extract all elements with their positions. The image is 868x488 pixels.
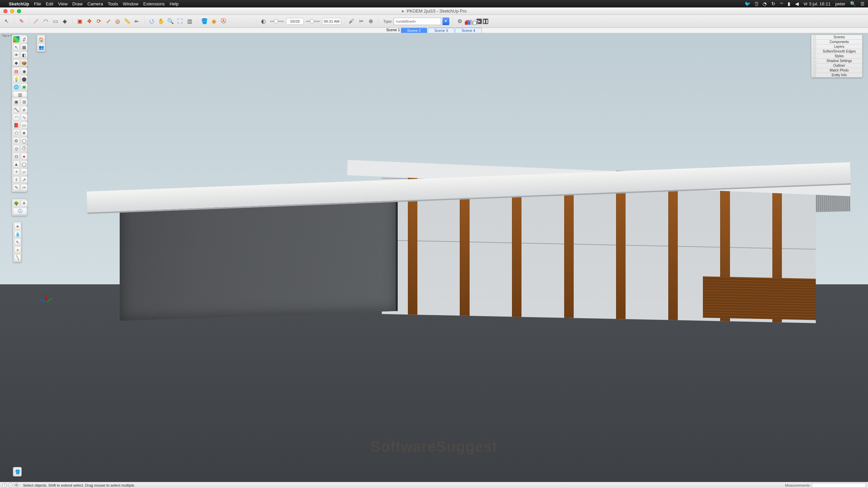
arc-tool[interactable]: ◠	[41, 17, 50, 26]
palette-render[interactable]: 🌳 ⚘ ⓘ	[12, 199, 27, 216]
scene-tab-3[interactable]: Scene 3	[428, 28, 454, 33]
render-tree-icon[interactable]: 🌳	[13, 200, 20, 207]
aux-people-icon[interactable]: 👥	[38, 44, 45, 50]
palette-layers[interactable]: ▤ ◉ 💡 ⬤ 🌐 ▣ ▥	[12, 66, 27, 99]
edit-book-icon[interactable]: 📕	[13, 122, 20, 128]
edit-axis-icon[interactable]: ⌖	[13, 168, 20, 175]
edit-torus-icon[interactable]: ◯	[21, 161, 27, 167]
follow-me-tool[interactable]: ◉	[210, 17, 218, 26]
palette-edit[interactable]: ▣ ⊞ 🔨 ⌀ ◠ ∿ 📕 ▭ ⬠ ★ ⚙ ◯ ◎ Ⓣ ⊟ ● ▲ ◯ ⌖ ▱ …	[12, 97, 27, 192]
edit-sphere-red-icon[interactable]: ●	[21, 153, 27, 160]
default-tray[interactable]: Scenes Components Layers Soften/Smooth E…	[811, 35, 863, 78]
menubar-app-name[interactable]: SketchUp	[9, 1, 29, 6]
wifi-icon[interactable]: ⌔	[780, 1, 783, 6]
edit-screw-icon[interactable]: ⌀	[21, 106, 27, 113]
volume-icon[interactable]: ◀	[795, 1, 799, 6]
paint-bucket-palette-icon[interactable]: 🪣	[14, 468, 21, 475]
misc-cursor-icon[interactable]: ↖	[14, 239, 21, 245]
shadow-date-readout[interactable]: 03/28	[286, 18, 304, 25]
layer-red-icon[interactable]: ▤	[13, 68, 20, 75]
notification-center-icon[interactable]: ☰	[861, 1, 864, 6]
render-person-icon[interactable]: ⚘	[21, 200, 27, 207]
misc-dot-icon[interactable]: ●	[14, 246, 21, 253]
menu-extensions[interactable]: Extensions	[143, 1, 165, 6]
aux-house-icon[interactable]: 🏠	[38, 36, 45, 43]
twitter-icon[interactable]: 🐦	[745, 1, 750, 6]
edit-push-icon[interactable]: ▣	[13, 98, 20, 105]
model-viewport[interactable]: Top ▸ Perspe SoftwareSuggest ⇵ ↖ ▦ 👁 ◧ ◆…	[0, 33, 868, 482]
materials-box-icon[interactable]: ▦	[21, 44, 27, 50]
menubar-user[interactable]: peter	[835, 1, 845, 6]
materials-gradient-icon[interactable]	[13, 36, 20, 43]
spotlight-icon[interactable]: 🔍	[850, 1, 856, 6]
layer-photo-icon[interactable]: ◉	[21, 68, 27, 75]
status-credits-icon[interactable]: ✪	[14, 483, 19, 488]
edit-text-icon[interactable]: Ⓣ	[21, 145, 27, 152]
plugin-tool-a[interactable]: 🖋	[347, 17, 356, 26]
menu-edit[interactable]: Edit	[46, 1, 53, 6]
edit-rect-icon[interactable]: ▭	[21, 122, 27, 128]
misc-slash-icon[interactable]: ╲	[14, 254, 21, 261]
palette-paint[interactable]: 🪣	[13, 467, 22, 476]
palette-aux[interactable]: 🏠 👥	[37, 35, 45, 52]
menu-view[interactable]: View	[58, 1, 67, 6]
edit-pen-icon[interactable]: ✑	[21, 184, 27, 191]
scene-tab-2[interactable]: Scene 2	[401, 28, 427, 33]
tray-row-layers[interactable]: Layers	[811, 44, 862, 49]
type-field[interactable]: <undefined>	[394, 18, 441, 25]
edit-target-icon[interactable]: ◎	[13, 145, 20, 152]
paint-bucket-tool[interactable]: 🪣	[200, 17, 209, 26]
edit-circle-icon[interactable]: ◯	[21, 137, 27, 144]
dimension-tool[interactable]: ⇤	[132, 17, 141, 26]
materials-select-icon[interactable]: ↖	[13, 44, 20, 50]
edit-cone-icon[interactable]: ▲	[13, 161, 20, 167]
tray-row-styles[interactable]: Styles	[811, 54, 862, 59]
menu-window[interactable]: Window	[123, 1, 138, 6]
rotate-tool[interactable]: ⟳	[94, 17, 103, 26]
offset-tool[interactable]: ◎	[113, 17, 122, 26]
edit-arc-icon[interactable]: ◠	[13, 114, 20, 121]
pan-tool[interactable]: ✋	[157, 17, 165, 26]
status-person-icon[interactable]: ☺	[8, 483, 13, 488]
tray-row-soften[interactable]: Soften/Smooth Edges	[811, 49, 862, 54]
layer-sphere-icon[interactable]: ⬤	[21, 76, 27, 82]
edit-grid-icon[interactable]: ⊞	[21, 98, 27, 105]
rectangle-tool[interactable]: ▭	[51, 17, 60, 26]
drive-icon[interactable]: ◔	[763, 1, 767, 6]
menubar-clock[interactable]: Vr 3 jul. 16:11	[804, 1, 831, 6]
materials-cube-icon[interactable]: ◧	[21, 52, 27, 58]
materials-eye-icon[interactable]: 👁	[13, 52, 20, 58]
edit-gear-icon[interactable]: ⚙	[13, 137, 20, 144]
zoom-tool[interactable]: 🔍	[166, 17, 175, 26]
section-plane-tool[interactable]: ▥	[185, 17, 194, 26]
timemachine-icon[interactable]: ↻	[771, 1, 775, 6]
type-dropdown-button[interactable]: ▾	[442, 18, 449, 25]
status-geo-icon[interactable]: ?	[2, 483, 7, 488]
tray-row-entityinfo[interactable]: Entity Info	[811, 73, 862, 77]
edit-plane-icon[interactable]: ▱	[21, 168, 27, 175]
menu-tools[interactable]: Tools	[108, 1, 118, 6]
shadow-time-slider[interactable]	[306, 21, 320, 22]
materials-color-icon[interactable]: ◆	[13, 59, 20, 66]
tray-row-scenes[interactable]: Scenes	[811, 35, 862, 40]
tray-row-matchphoto[interactable]: Match Photo	[811, 68, 862, 73]
plugin-tool-c[interactable]: ⊕	[366, 17, 375, 26]
zoom-extents-tool[interactable]: ⛶	[176, 17, 184, 26]
misc-drop-icon[interactable]: 💧	[14, 231, 21, 238]
edit-loft-icon[interactable]: ⇗	[21, 176, 27, 183]
measurements-input[interactable]	[812, 483, 866, 488]
push-pull-tool[interactable]: ▣	[75, 17, 84, 26]
palette-misc[interactable]: ☀ 💧 ↖ ● ╲	[13, 222, 22, 262]
select-tool[interactable]: ↖	[2, 17, 11, 26]
tape-measure-tool[interactable]: 📏	[123, 17, 132, 26]
edit-star-icon[interactable]: ★	[21, 129, 27, 136]
palette-materials[interactable]: ⇵ ↖ ▦ 👁 ◧ ◆ 📦	[12, 35, 27, 67]
move-tool[interactable]: ✥	[85, 17, 94, 26]
edit-hammer-icon[interactable]: 🔨	[13, 106, 20, 113]
edit-extrude-icon[interactable]: ⇧	[13, 176, 20, 183]
edit-poly-icon[interactable]: ⬠	[13, 129, 20, 136]
layer-green-icon[interactable]: ▣	[21, 83, 27, 90]
scene-tab-4[interactable]: Scene 4	[455, 28, 481, 33]
eraser-tool[interactable]: ✎	[17, 17, 26, 26]
shadow-date-slider[interactable]	[270, 21, 284, 22]
